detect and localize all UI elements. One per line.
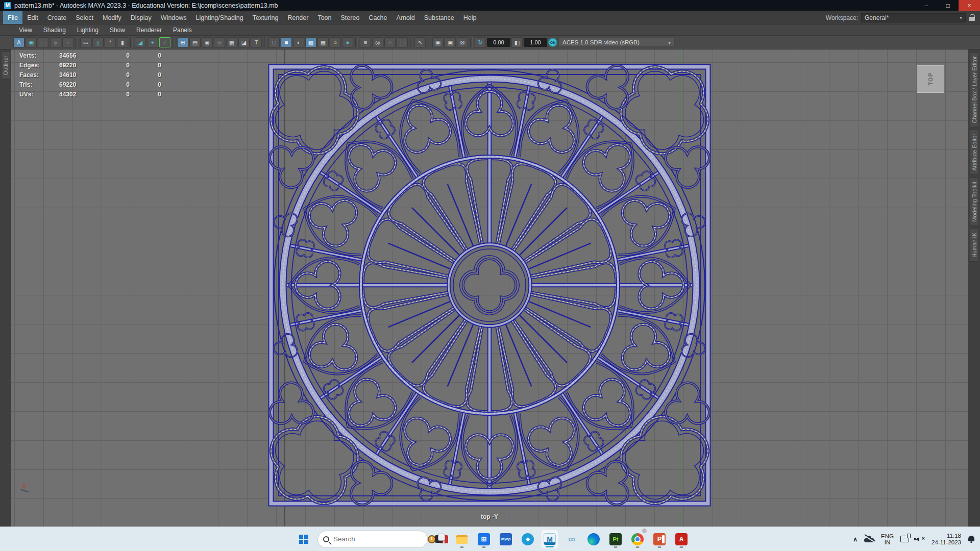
- select-mask-curves-icon[interactable]: ◗: [62, 37, 74, 47]
- select-by-component-icon[interactable]: ▢: [38, 37, 49, 47]
- start-button[interactable]: [295, 531, 312, 548]
- panel-menu-shading[interactable]: Shading: [38, 27, 71, 34]
- workspace-dropdown[interactable]: General* ▾: [861, 13, 966, 22]
- bookmark-icon[interactable]: ▮: [117, 37, 128, 47]
- select-by-hierarchy-icon[interactable]: A: [13, 37, 24, 47]
- menu-stereo[interactable]: Stereo: [336, 11, 364, 24]
- hud-value: 0: [130, 91, 161, 98]
- screen-space-ao-icon[interactable]: ≡: [360, 37, 371, 47]
- grid-display-icon[interactable]: ⊞: [177, 37, 188, 47]
- menu-create[interactable]: Create: [43, 11, 71, 24]
- refresh-colors-icon[interactable]: ↻: [475, 37, 486, 47]
- modeling-pencil-icon[interactable]: ∕: [159, 37, 170, 47]
- app-icon-task-view[interactable]: [431, 530, 449, 549]
- taskbar-search[interactable]: [317, 531, 428, 548]
- menu-file[interactable]: File: [3, 11, 22, 24]
- textured-display-icon[interactable]: ▦: [317, 37, 329, 47]
- maximize-button[interactable]: □: [937, 0, 959, 11]
- panel-menu-lighting[interactable]: Lighting: [71, 27, 104, 34]
- contrast-icon[interactable]: ◧: [511, 37, 523, 47]
- menu-arnold[interactable]: Arnold: [392, 11, 420, 24]
- network-icon[interactable]: [900, 536, 909, 542]
- resolution-gate-icon[interactable]: ◉: [202, 37, 213, 47]
- menu-toon[interactable]: Toon: [313, 11, 336, 24]
- menu-lighting-shading[interactable]: Lighting/Shading: [191, 11, 248, 24]
- xray-joints-icon[interactable]: ▣: [445, 37, 456, 47]
- app-icon-chrome[interactable]: [629, 530, 646, 549]
- menu-help[interactable]: Help: [459, 11, 481, 24]
- close-button[interactable]: ×: [959, 0, 980, 11]
- onedrive-paused-icon[interactable]: [864, 536, 874, 542]
- field-chart-icon[interactable]: ▦: [226, 37, 237, 47]
- app-icon-teal-app[interactable]: ◆: [519, 530, 536, 549]
- notification-bell-icon[interactable]: [968, 536, 975, 543]
- app-icon-file-explorer[interactable]: [453, 530, 471, 549]
- menu-select[interactable]: Select: [71, 11, 98, 24]
- material-display-icon[interactable]: ◐: [293, 37, 304, 47]
- wireframe-display-icon[interactable]: □: [268, 37, 280, 47]
- app-icon-powerpoint[interactable]: P: [651, 530, 668, 549]
- snap-to-points-icon[interactable]: *: [105, 37, 116, 47]
- color-management-toggle[interactable]: ON: [548, 38, 557, 47]
- view-cube[interactable]: TOP: [917, 65, 944, 93]
- universal-manipulator-icon[interactable]: +: [147, 37, 158, 47]
- tab-human-ik[interactable]: Human IK: [970, 229, 979, 262]
- motion-blur-icon[interactable]: ◎: [372, 37, 383, 47]
- resize-viewport-icon[interactable]: ⊠: [457, 37, 468, 47]
- menu-render[interactable]: Render: [283, 11, 313, 24]
- wireframe-on-shaded-icon[interactable]: ▩: [305, 37, 316, 47]
- select-mask-points-icon[interactable]: ◆: [50, 37, 61, 47]
- menu-edit[interactable]: Edit: [22, 11, 43, 24]
- colorspace-select[interactable]: ACES 1.0 SDR-video (sRGB)▾: [558, 38, 675, 47]
- tab-attribute-editor[interactable]: Attribute Editor: [970, 130, 979, 175]
- exposure-field[interactable]: 0.00: [487, 38, 510, 47]
- tab-modeling-toolkit[interactable]: Modeling Toolkit: [970, 178, 979, 226]
- shaded-display-icon[interactable]: ■: [281, 37, 292, 47]
- anti-aliasing-icon[interactable]: ◌: [384, 37, 396, 47]
- snap-to-grid-icon[interactable]: ▭: [80, 37, 91, 47]
- menu-modify[interactable]: Modify: [98, 11, 126, 24]
- menu-display[interactable]: Display: [126, 11, 156, 24]
- app-icon-microsoft-store[interactable]: ⊞: [475, 530, 493, 549]
- depth-of-field-icon[interactable]: ▢: [397, 37, 408, 47]
- film-gate-icon[interactable]: ▤: [189, 37, 201, 47]
- safe-action-icon[interactable]: ◪: [238, 37, 250, 47]
- panel-menu-panels[interactable]: Panels: [167, 27, 198, 34]
- app-icon-edge[interactable]: [585, 530, 602, 549]
- open-app-indicator: [614, 546, 618, 548]
- teal-app-glyph: ◆: [522, 533, 534, 545]
- menu-substance[interactable]: Substance: [420, 11, 459, 24]
- hidden-icons-chevron[interactable]: ∧: [853, 536, 857, 543]
- shadows-display-icon[interactable]: ●: [342, 37, 353, 47]
- panel-menu-view[interactable]: View: [13, 27, 38, 34]
- gate-mask-icon[interactable]: ▣: [214, 37, 225, 47]
- panel-menu-show[interactable]: Show: [104, 27, 131, 34]
- app-icon-acrobat[interactable]: A: [673, 530, 690, 549]
- select-by-object-icon[interactable]: ▣: [26, 37, 37, 47]
- lock-icon[interactable]: [969, 14, 975, 21]
- tab-outliner[interactable]: Outliner: [1, 52, 10, 80]
- menu-windows[interactable]: Windows: [156, 11, 191, 24]
- menu-cache[interactable]: Cache: [364, 11, 391, 24]
- viewport[interactable]: Verts:3465600Edges:6922000Faces:3461000T…: [11, 49, 968, 527]
- language-indicator[interactable]: ENG IN: [881, 533, 894, 545]
- volume-muted-icon[interactable]: ×: [916, 536, 925, 543]
- lighting-display-icon[interactable]: ○: [330, 37, 341, 47]
- menu-texturing[interactable]: Texturing: [248, 11, 283, 24]
- app-icon-maya[interactable]: M: [541, 530, 558, 549]
- app-icon-visual-studio[interactable]: ∞: [563, 530, 580, 549]
- panel-menu-renderer[interactable]: Renderer: [131, 27, 167, 34]
- gamma-field[interactable]: 1.00: [524, 38, 547, 47]
- tab-channel-box-layer-editor[interactable]: Channel Box / Layer Editor: [970, 52, 979, 127]
- toolbar-separator: [130, 37, 133, 47]
- search-input[interactable]: [333, 535, 424, 543]
- minimize-button[interactable]: –: [916, 0, 937, 11]
- xray-display-icon[interactable]: ▣: [432, 37, 444, 47]
- app-icon-substance-painter[interactable]: Pt: [607, 530, 624, 549]
- safe-title-icon[interactable]: T: [251, 37, 262, 47]
- clock-date[interactable]: 11:18 24-11-2023: [932, 533, 961, 546]
- app-icon-myhp[interactable]: myhp: [497, 530, 514, 549]
- isolate-select-icon[interactable]: ↖: [414, 37, 426, 47]
- snap-to-curves-icon[interactable]: ▯: [92, 37, 104, 47]
- make-live-icon[interactable]: ◢: [135, 37, 146, 47]
